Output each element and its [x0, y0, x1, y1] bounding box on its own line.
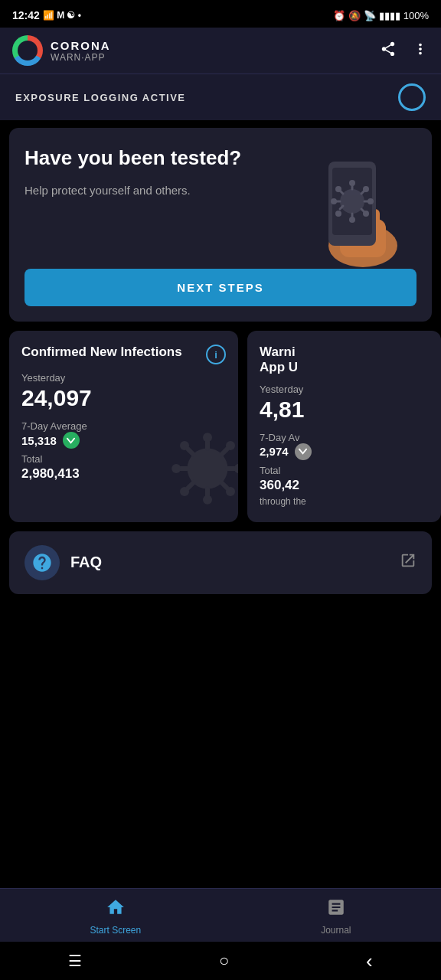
faq-card[interactable]: FAQ — [9, 531, 432, 594]
warning-card-title: WarniApp U — [260, 345, 298, 376]
exposure-toggle-button[interactable] — [398, 83, 426, 111]
infections-card-title: Confirmed New Infections — [21, 345, 182, 360]
system-navigation: ☰ ○ ‹ — [0, 942, 441, 980]
status-bar-left: 12:42 📶 M ☯ • — [12, 9, 81, 21]
infections-yesterday-label: Yesterday — [21, 372, 226, 384]
tested-card-text: Have you been tested? Help protect yours… — [24, 146, 286, 214]
infections-average-value: 15,318 — [21, 434, 57, 447]
warning-card: WarniApp U Yesterday 4,81 7-Day Av 2,974… — [247, 331, 441, 522]
svg-point-22 — [335, 211, 341, 217]
faq-card-left: FAQ — [24, 545, 102, 580]
svg-point-18 — [349, 217, 355, 223]
svg-point-17 — [349, 180, 355, 186]
warning-yesterday-label: Yesterday — [260, 384, 433, 395]
signal-strength-icon: ▮▮▮▮ — [379, 10, 400, 21]
svg-point-39 — [226, 441, 235, 450]
svg-line-40 — [188, 482, 194, 488]
app-title-bottom: WARN·APP — [51, 52, 111, 63]
journal-nav-icon — [326, 897, 346, 922]
faq-title: FAQ — [70, 554, 102, 571]
warning-total-label: Total — [260, 465, 433, 476]
status-bar-right: ⏰ 🔕 📡 ▮▮▮▮ 100% — [333, 10, 429, 21]
nav-journal[interactable]: Journal — [321, 897, 351, 936]
app-logo: CORONA WARN·APP — [12, 35, 111, 66]
tested-description: Help protect yourself and others. — [24, 182, 286, 198]
logo-circle — [12, 35, 43, 66]
svg-point-33 — [234, 464, 238, 473]
warning-average-label: 7-Day Av — [260, 432, 433, 443]
alarm-icon: ⏰ — [333, 10, 345, 21]
warning-yesterday-value: 4,81 — [260, 397, 433, 423]
exposure-logging-bar: EXPOSURE LOGGING ACTIVE — [0, 74, 441, 120]
faq-icon-circle — [24, 545, 60, 580]
time-display: 12:42 — [12, 9, 40, 21]
wifi-icon: 📡 — [364, 10, 376, 21]
infections-card: Confirmed New Infections i Yesterday 24,… — [9, 331, 238, 522]
share-icon[interactable] — [380, 41, 397, 61]
exposure-toggle-inner — [408, 93, 416, 101]
infections-trend-icon — [63, 432, 80, 449]
svg-point-35 — [180, 441, 189, 450]
svg-point-19 — [331, 198, 337, 204]
more-options-icon[interactable] — [412, 41, 429, 61]
virus-watermark — [162, 423, 238, 514]
infections-info-icon[interactable]: i — [206, 345, 226, 364]
signal-icons: 📶 M ☯ • — [43, 10, 81, 21]
app-title-top: CORONA — [51, 39, 111, 52]
back-button[interactable]: ‹ — [366, 949, 373, 973]
svg-point-27 — [203, 433, 212, 442]
next-steps-button[interactable]: NEXT STEPS — [24, 269, 416, 306]
warning-total-value: 360,42 — [260, 478, 433, 493]
svg-line-34 — [188, 449, 194, 455]
bottom-navigation: Start Screen Journal — [0, 888, 441, 942]
recents-button[interactable]: ☰ — [68, 952, 82, 970]
warning-average-row: 2,974 — [260, 443, 433, 460]
infections-yesterday-value: 24,097 — [21, 385, 226, 411]
logo-inner — [18, 41, 38, 60]
svg-point-31 — [172, 464, 181, 473]
tested-card-inner: Have you been tested? Help protect yours… — [9, 128, 432, 322]
phone-virus-svg — [294, 146, 409, 269]
svg-point-21 — [335, 186, 341, 192]
app-bar: CORONA WARN·APP — [0, 28, 441, 74]
svg-point-20 — [368, 198, 374, 204]
svg-line-38 — [221, 449, 227, 455]
stats-row: Confirmed New Infections i Yesterday 24,… — [9, 331, 432, 522]
svg-point-29 — [203, 495, 212, 505]
journal-label: Journal — [321, 925, 351, 936]
svg-point-41 — [180, 487, 189, 496]
tested-illustration — [294, 146, 416, 269]
home-nav-icon — [106, 897, 126, 922]
main-content: Have you been tested? Help protect yours… — [0, 120, 441, 694]
svg-line-36 — [221, 482, 227, 488]
exposure-logging-label: EXPOSURE LOGGING ACTIVE — [15, 92, 186, 103]
nav-start-screen[interactable]: Start Screen — [90, 897, 141, 936]
svg-point-24 — [363, 211, 369, 217]
svg-point-23 — [363, 186, 369, 192]
external-link-icon — [400, 552, 416, 573]
warning-card-header: WarniApp U — [260, 345, 433, 376]
battery-display: 100% — [403, 10, 429, 21]
app-bar-actions — [380, 41, 429, 61]
mute-icon: 🔕 — [348, 10, 361, 21]
home-button[interactable]: ○ — [219, 951, 229, 971]
status-bar: 12:42 📶 M ☯ • ⏰ 🔕 📡 ▮▮▮▮ 100% — [0, 0, 441, 28]
infections-card-header: Confirmed New Infections i — [21, 345, 226, 364]
start-screen-label: Start Screen — [90, 925, 141, 936]
tested-card: Have you been tested? Help protect yours… — [9, 128, 432, 322]
tested-title: Have you been tested? — [24, 146, 286, 170]
warning-trend-icon — [295, 443, 312, 460]
tested-card-top: Have you been tested? Help protect yours… — [24, 146, 416, 269]
warning-average-value: 2,974 — [260, 445, 289, 458]
app-title: CORONA WARN·APP — [51, 39, 111, 63]
warning-through-label: through the — [260, 496, 433, 507]
svg-point-37 — [226, 487, 235, 496]
